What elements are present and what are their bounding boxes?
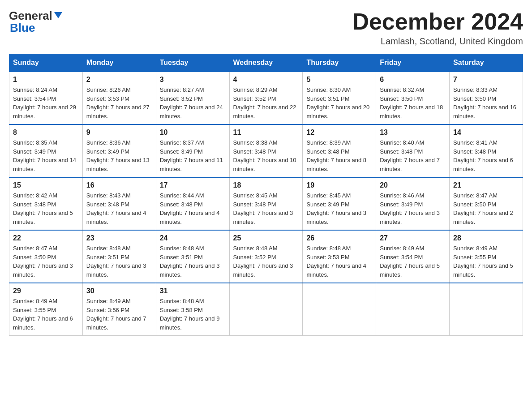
sunset-label: Sunset: 3:48 PM [13, 201, 56, 208]
sunrise-label: Sunrise: 8:47 AM [13, 245, 57, 252]
sunrise-label: Sunrise: 8:38 AM [233, 139, 278, 146]
sunrise-label: Sunrise: 8:29 AM [233, 86, 278, 93]
daylight-label: Daylight: 7 hours and 16 minutes. [453, 104, 516, 120]
day-number: 22 [13, 234, 79, 242]
sunrise-label: Sunrise: 8:48 AM [233, 245, 278, 252]
daylight-label: Daylight: 7 hours and 6 minutes. [453, 157, 513, 172]
calendar-cell: 23 Sunrise: 8:48 AM Sunset: 3:51 PM Dayl… [82, 230, 156, 283]
day-info: Sunrise: 8:42 AM Sunset: 3:48 PM Dayligh… [13, 191, 79, 226]
month-title: December 2024 [352, 9, 523, 34]
sunrise-label: Sunrise: 8:45 AM [306, 192, 351, 199]
day-number: 12 [306, 128, 372, 137]
day-info: Sunrise: 8:24 AM Sunset: 3:54 PM Dayligh… [13, 86, 79, 120]
day-info: Sunrise: 8:35 AM Sunset: 3:49 PM Dayligh… [13, 138, 79, 173]
week-row-4: 22 Sunrise: 8:47 AM Sunset: 3:50 PM Dayl… [9, 230, 523, 283]
day-info: Sunrise: 8:49 AM Sunset: 3:54 PM Dayligh… [380, 244, 446, 279]
day-info: Sunrise: 8:49 AM Sunset: 3:56 PM Dayligh… [86, 297, 152, 332]
daylight-label: Daylight: 7 hours and 3 minutes. [306, 210, 366, 225]
day-number: 6 [380, 76, 446, 84]
sunset-label: Sunset: 3:54 PM [380, 254, 423, 261]
sunrise-label: Sunrise: 8:43 AM [86, 192, 131, 199]
sunrise-label: Sunrise: 8:30 AM [306, 86, 351, 93]
day-number: 23 [86, 234, 152, 242]
daylight-label: Daylight: 7 hours and 7 minutes. [380, 157, 440, 172]
sunset-label: Sunset: 3:48 PM [306, 148, 349, 155]
week-row-5: 29 Sunrise: 8:49 AM Sunset: 3:55 PM Dayl… [9, 283, 523, 336]
sunset-label: Sunset: 3:52 PM [233, 95, 276, 102]
sunrise-label: Sunrise: 8:37 AM [160, 139, 204, 146]
day-info: Sunrise: 8:45 AM Sunset: 3:48 PM Dayligh… [233, 191, 299, 226]
day-info: Sunrise: 8:26 AM Sunset: 3:53 PM Dayligh… [86, 86, 152, 120]
sunrise-label: Sunrise: 8:49 AM [13, 298, 57, 304]
day-number: 18 [233, 181, 299, 189]
day-info: Sunrise: 8:38 AM Sunset: 3:48 PM Dayligh… [233, 138, 299, 173]
header-saturday: Saturday [450, 54, 523, 72]
calendar-cell: 19 Sunrise: 8:45 AM Sunset: 3:49 PM Dayl… [303, 177, 376, 230]
week-row-1: 1 Sunrise: 8:24 AM Sunset: 3:54 PM Dayli… [9, 72, 523, 124]
calendar-cell: 6 Sunrise: 8:32 AM Sunset: 3:50 PM Dayli… [376, 72, 450, 124]
day-number: 26 [306, 234, 372, 242]
day-info: Sunrise: 8:40 AM Sunset: 3:48 PM Dayligh… [380, 138, 446, 173]
daylight-label: Daylight: 7 hours and 29 minutes. [13, 104, 76, 120]
sunset-label: Sunset: 3:55 PM [453, 254, 496, 261]
day-info: Sunrise: 8:45 AM Sunset: 3:49 PM Dayligh… [306, 191, 372, 226]
day-number: 27 [380, 234, 446, 242]
day-number: 21 [453, 181, 519, 189]
sunset-label: Sunset: 3:58 PM [160, 307, 203, 313]
daylight-label: Daylight: 7 hours and 24 minutes. [160, 104, 223, 120]
sunset-label: Sunset: 3:50 PM [380, 95, 423, 102]
day-number: 17 [160, 181, 226, 189]
calendar-cell: 29 Sunrise: 8:49 AM Sunset: 3:55 PM Dayl… [9, 283, 83, 336]
day-info: Sunrise: 8:46 AM Sunset: 3:49 PM Dayligh… [380, 191, 446, 226]
calendar-cell: 31 Sunrise: 8:48 AM Sunset: 3:58 PM Dayl… [156, 283, 229, 336]
sunset-label: Sunset: 3:49 PM [306, 201, 349, 208]
day-number: 11 [233, 128, 299, 137]
day-info: Sunrise: 8:39 AM Sunset: 3:48 PM Dayligh… [306, 138, 372, 173]
calendar-cell: 1 Sunrise: 8:24 AM Sunset: 3:54 PM Dayli… [9, 72, 83, 124]
calendar-cell: 24 Sunrise: 8:48 AM Sunset: 3:51 PM Dayl… [156, 230, 229, 283]
sunrise-label: Sunrise: 8:35 AM [13, 139, 57, 146]
calendar-cell: 30 Sunrise: 8:49 AM Sunset: 3:56 PM Dayl… [82, 283, 156, 336]
calendar-cell: 3 Sunrise: 8:27 AM Sunset: 3:52 PM Dayli… [156, 72, 229, 124]
week-row-2: 8 Sunrise: 8:35 AM Sunset: 3:49 PM Dayli… [9, 124, 523, 177]
day-info: Sunrise: 8:29 AM Sunset: 3:52 PM Dayligh… [233, 86, 299, 120]
sunrise-label: Sunrise: 8:46 AM [380, 192, 424, 199]
calendar-cell: 5 Sunrise: 8:30 AM Sunset: 3:51 PM Dayli… [303, 72, 376, 124]
sunset-label: Sunset: 3:53 PM [86, 95, 129, 102]
calendar-cell: 4 Sunrise: 8:29 AM Sunset: 3:52 PM Dayli… [229, 72, 303, 124]
day-number: 1 [13, 76, 79, 84]
day-info: Sunrise: 8:33 AM Sunset: 3:50 PM Dayligh… [453, 86, 519, 120]
day-info: Sunrise: 8:48 AM Sunset: 3:51 PM Dayligh… [160, 244, 226, 279]
sunset-label: Sunset: 3:48 PM [233, 201, 276, 208]
sunset-label: Sunset: 3:56 PM [86, 307, 129, 313]
sunrise-label: Sunrise: 8:36 AM [86, 139, 131, 146]
calendar-cell: 18 Sunrise: 8:45 AM Sunset: 3:48 PM Dayl… [229, 177, 303, 230]
calendar-cell: 2 Sunrise: 8:26 AM Sunset: 3:53 PM Dayli… [82, 72, 156, 124]
calendar-cell [450, 283, 523, 336]
day-number: 25 [233, 234, 299, 242]
sunrise-label: Sunrise: 8:49 AM [453, 245, 498, 252]
day-number: 16 [86, 181, 152, 189]
sunrise-label: Sunrise: 8:45 AM [233, 192, 278, 199]
calendar-cell: 12 Sunrise: 8:39 AM Sunset: 3:48 PM Dayl… [303, 124, 376, 177]
day-number: 8 [13, 128, 79, 137]
calendar-cell: 16 Sunrise: 8:43 AM Sunset: 3:48 PM Dayl… [82, 177, 156, 230]
sunset-label: Sunset: 3:50 PM [453, 95, 496, 102]
sunrise-label: Sunrise: 8:48 AM [86, 245, 131, 252]
calendar-cell: 27 Sunrise: 8:49 AM Sunset: 3:54 PM Dayl… [376, 230, 450, 283]
calendar-cell: 21 Sunrise: 8:47 AM Sunset: 3:50 PM Dayl… [450, 177, 523, 230]
sunset-label: Sunset: 3:50 PM [453, 201, 496, 208]
calendar-cell: 20 Sunrise: 8:46 AM Sunset: 3:49 PM Dayl… [376, 177, 450, 230]
daylight-label: Daylight: 7 hours and 3 minutes. [233, 210, 293, 225]
day-number: 31 [160, 287, 226, 295]
sunrise-label: Sunrise: 8:41 AM [453, 139, 498, 146]
sunset-label: Sunset: 3:49 PM [380, 201, 423, 208]
daylight-label: Daylight: 7 hours and 22 minutes. [233, 104, 296, 120]
daylight-label: Daylight: 7 hours and 7 minutes. [86, 315, 146, 331]
calendar-cell: 25 Sunrise: 8:48 AM Sunset: 3:52 PM Dayl… [229, 230, 303, 283]
sunset-label: Sunset: 3:50 PM [13, 254, 56, 261]
sunset-label: Sunset: 3:48 PM [86, 201, 129, 208]
location: Lamlash, Scotland, United Kingdom [352, 36, 523, 47]
day-number: 15 [13, 181, 79, 189]
sunrise-label: Sunrise: 8:48 AM [160, 245, 204, 252]
